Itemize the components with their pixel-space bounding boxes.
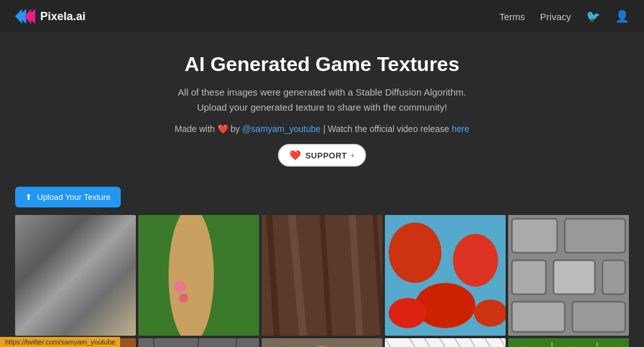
status-url: https://twitter.com/samyam_youtube: [5, 338, 115, 346]
made-with-by: by: [230, 124, 240, 134]
texture-item-cliff[interactable]: [138, 338, 259, 347]
texture-item-tall-grass[interactable]: [508, 338, 629, 347]
heart-icon: ❤️: [218, 124, 231, 134]
support-heart-icon: ❤️: [289, 150, 302, 161]
svg-point-17: [474, 299, 506, 326]
support-plus: +: [351, 152, 355, 159]
svg-point-13: [389, 223, 441, 283]
brand-logo-icon: [15, 8, 35, 25]
brand[interactable]: Pixela.ai: [15, 8, 86, 25]
twitter-icon[interactable]: 🐦: [586, 9, 600, 23]
svg-rect-20: [565, 219, 625, 253]
nav-privacy[interactable]: Privacy: [540, 11, 571, 22]
here-link[interactable]: here: [452, 124, 469, 134]
texture-item-cobblestone[interactable]: [508, 215, 629, 336]
svg-rect-23: [602, 260, 625, 294]
tall-grass-svg: [508, 338, 629, 347]
svg-rect-65: [508, 338, 629, 347]
lines-svg: [385, 338, 506, 347]
support-button[interactable]: ❤️ SUPPORT +: [278, 144, 366, 167]
svg-rect-25: [572, 302, 625, 332]
status-bar: https://twitter.com/samyam_youtube: [0, 337, 120, 347]
lava-svg: [385, 215, 506, 336]
hero-title: AI Generated Game Textures: [13, 53, 631, 76]
upload-icon: ⬆: [25, 192, 32, 202]
hero-made-with: Made with ❤️ by @samyam_youtube | Watch …: [13, 124, 631, 134]
svg-point-16: [389, 298, 426, 328]
made-with-prefix: Made with: [175, 124, 215, 134]
svg-rect-19: [512, 219, 557, 253]
bark-svg: [262, 215, 382, 336]
user-icon[interactable]: 👤: [615, 9, 629, 23]
svg-point-3: [169, 215, 214, 336]
pebbles-svg: [262, 338, 382, 347]
upload-area: ⬆ Upload Your Texture: [0, 179, 644, 212]
svg-rect-21: [512, 260, 546, 294]
upload-button[interactable]: ⬆ Upload Your Texture: [15, 187, 121, 207]
navbar: Pixela.ai Terms Privacy 🐦 👤: [0, 0, 644, 33]
texture-item-grass-path[interactable]: [138, 215, 259, 336]
svg-point-14: [453, 234, 498, 287]
svg-rect-22: [553, 260, 595, 294]
hero-section: AI Generated Game Textures All of these …: [0, 33, 644, 179]
cliff-svg: [138, 338, 259, 347]
svg-rect-24: [512, 302, 565, 332]
texture-item-rocks-gray[interactable]: [15, 215, 136, 336]
nav-links: Terms Privacy 🐦 👤: [499, 9, 629, 23]
support-label: SUPPORT: [305, 151, 347, 160]
svg-point-4: [174, 280, 186, 292]
cobblestone-svg: [508, 215, 629, 336]
hero-subtitle: All of these images were generated with …: [171, 85, 473, 115]
texture-item-bark[interactable]: [262, 215, 382, 336]
nav-terms[interactable]: Terms: [499, 11, 525, 22]
brand-name: Pixela.ai: [40, 10, 86, 23]
texture-grid: [0, 212, 644, 347]
grass-path-svg: [138, 215, 259, 336]
texture-item-lines[interactable]: [385, 338, 506, 347]
author-link[interactable]: @samyam_youtube: [242, 124, 321, 134]
svg-point-5: [179, 294, 188, 302]
svg-point-15: [415, 283, 475, 328]
texture-item-pebbles[interactable]: [262, 338, 382, 347]
made-with-suffix: | Watch the official video release: [323, 124, 450, 134]
upload-label: Upload Your Texture: [37, 192, 111, 202]
texture-item-lava[interactable]: [385, 215, 506, 336]
